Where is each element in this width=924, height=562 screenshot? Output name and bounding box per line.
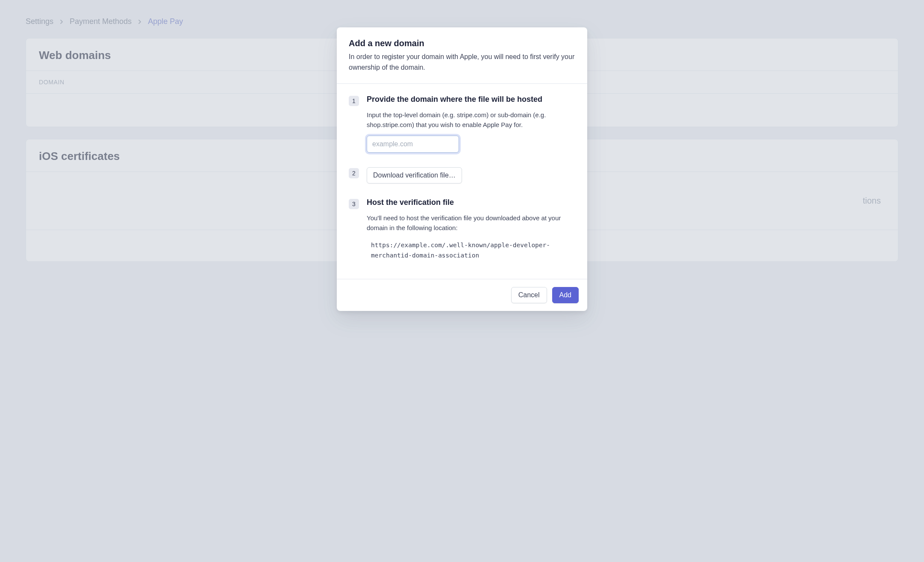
cancel-button[interactable]: Cancel [511, 287, 547, 303]
step-1: 1 Provide the domain where the file will… [349, 95, 575, 153]
add-domain-modal: Add a new domain In order to register yo… [337, 27, 587, 311]
modal-title: Add a new domain [349, 38, 575, 48]
step-3-title: Host the verification file [367, 198, 575, 207]
step-1-title: Provide the domain where the file will b… [367, 95, 575, 104]
verification-file-path: https://example.com/.well-known/apple-de… [367, 240, 575, 261]
step-3-badge: 3 [349, 199, 359, 209]
step-1-badge: 1 [349, 96, 359, 106]
step-2: 2 Download verification file… [349, 167, 575, 183]
domain-input[interactable] [367, 136, 459, 153]
step-3: 3 Host the verification file You'll need… [349, 198, 575, 261]
modal-overlay[interactable]: Add a new domain In order to register yo… [0, 0, 924, 562]
step-3-description: You'll need to host the verification fil… [367, 213, 575, 233]
step-2-badge: 2 [349, 168, 359, 178]
step-1-description: Input the top-level domain (e.g. stripe.… [367, 110, 575, 130]
modal-subtitle: In order to register your domain with Ap… [349, 52, 575, 73]
add-button[interactable]: Add [552, 287, 579, 303]
download-verification-file-button[interactable]: Download verification file… [367, 167, 462, 183]
